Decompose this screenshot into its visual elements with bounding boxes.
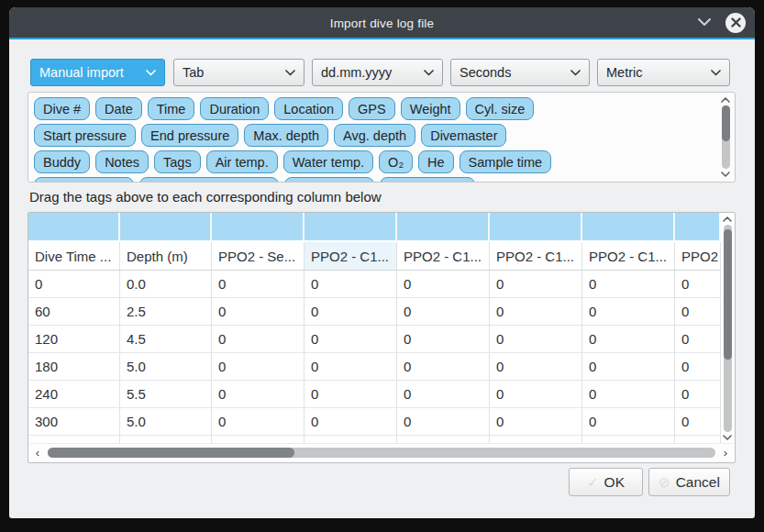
table-grid: Dive Time ...Depth (m)PPO2 - Se...PPO2 -… [28,213,721,444]
tag-pill[interactable]: Max. depth [244,124,328,147]
tag-pill[interactable]: Water temp. [283,150,373,173]
table-cell: 0 [675,353,721,380]
table-cell: 0 [490,408,582,435]
table-row: 1204.5000000 [28,326,721,353]
tag-pill[interactable]: Location [274,97,343,120]
table-cell: 0 [397,271,490,297]
tag-pill[interactable]: Sample CNS [380,177,475,183]
import-preview-table: Dive Time ...Depth (m)PPO2 - Se...PPO2 -… [28,212,736,463]
tag-pill[interactable]: Duration [200,97,269,120]
date-format-value: dd.mm.yyyy [321,65,392,80]
table-cell: 0 [675,298,721,325]
tag-pill[interactable]: Air temp. [206,150,278,173]
tag-pill[interactable]: Avg. depth [334,124,415,147]
close-icon [731,17,741,28]
tag-pill[interactable]: Start pressure [34,124,136,147]
tag-pill[interactable]: Date [95,97,142,120]
import-mode-select[interactable]: Manual import [30,59,165,86]
scroll-down-icon[interactable] [723,432,732,443]
table-cell: 0 [304,298,397,325]
tag-pill[interactable]: Weight [401,97,460,120]
chevron-down-icon [698,18,711,27]
table-cell: 0 [304,381,397,407]
drop-target-row [28,213,721,242]
drop-target-cell[interactable] [120,213,212,240]
tag-pill[interactable]: Sample temperature [139,177,278,183]
drop-target-cell[interactable] [212,213,304,240]
window-close-button[interactable] [725,13,746,33]
units-select[interactable]: Metric [597,59,730,86]
tag-pill[interactable]: Notes [95,150,149,173]
tag-pill[interactable]: Dive # [34,97,90,120]
table-cell: 0 [397,381,490,407]
column-header[interactable]: PPO2 - C1... [490,242,582,270]
tag-pill[interactable]: Time [148,97,195,120]
date-format-select[interactable]: dd.mm.yyyy [312,59,443,86]
tag-pill[interactable]: Cyl. size [466,97,535,120]
window-shade-button[interactable] [696,15,713,31]
tag-pill[interactable]: Divemaster [421,124,506,147]
scroll-up-icon[interactable] [721,94,730,105]
table-vertical-scrollbar[interactable] [721,214,734,443]
drop-target-cell[interactable] [397,213,490,240]
scrollbar-thumb[interactable] [722,105,730,141]
cancel-button[interactable]: ⊘ Cancel [648,468,730,496]
tag-pill[interactable]: Buddy [34,150,90,173]
tag-pill[interactable]: Sample depth [34,177,134,183]
duration-format-select[interactable]: Seconds [450,59,590,86]
scroll-right-icon[interactable]: › [717,446,734,460]
tag-pill[interactable]: Tags [154,150,201,173]
scrollbar-track[interactable] [724,225,732,432]
table-cell: 240 [28,381,120,407]
tag-pill[interactable]: He [418,150,454,173]
tag-list: Dive #DateTimeDurationLocationGPSWeightC… [34,97,714,183]
tag-pill[interactable]: GPS [349,97,395,120]
scrollbar-track[interactable] [48,448,715,458]
tag-pill[interactable]: End pressure [141,124,238,147]
tag-pill[interactable]: Sample time [460,150,552,173]
column-header[interactable]: PPO2 - C1... [582,242,675,270]
scroll-left-icon[interactable]: ‹ [29,446,46,460]
check-icon: ✓ [587,474,599,491]
table-cell: 0 [212,271,304,297]
table-cell: 0 [490,298,582,325]
table-cell: 4.5 [120,326,212,352]
table-row: 1805.0000000 [28,353,721,381]
import-dialog: Import dive log file Manual import Tab d… [9,7,755,518]
scrollbar-thumb[interactable] [724,229,732,360]
column-header[interactable]: PPO2 - Se... [212,242,304,270]
table-cell: 2.5 [120,298,212,325]
drop-target-cell[interactable] [675,213,721,240]
column-header[interactable]: Depth (m) [120,242,212,270]
tag-pill[interactable]: O₂ [379,150,413,173]
column-header[interactable]: PPO2 - C1... [397,242,490,270]
scrollbar-thumb[interactable] [48,448,294,458]
tag-pill[interactable]: Sample pO₂ [284,177,374,183]
drop-target-cell[interactable] [304,213,397,240]
table-cell: 0 [212,408,304,435]
dialog-title: Import dive log file [330,16,435,29]
field-separator-select[interactable]: Tab [173,59,304,86]
table-cell: 0 [397,408,490,435]
drop-target-cell[interactable] [490,213,582,240]
drop-target-cell[interactable] [582,213,675,240]
tag-row: BuddyNotesTagsAir temp.Water temp.O₂HeSa… [34,150,714,173]
table-row: 2405.5000000 [28,381,721,408]
ok-button[interactable]: ✓ OK [569,468,643,496]
drop-target-cell[interactable] [28,213,120,240]
table-cell: 300 [28,408,120,435]
table-row: 602.5000000 [28,298,721,326]
column-header[interactable]: PPO2 - C1... [675,242,721,270]
scroll-up-icon[interactable] [723,214,732,225]
tagbox-scrollbar[interactable] [719,94,732,180]
column-header[interactable]: PPO2 - C1... [304,242,397,270]
table-horizontal-scrollbar[interactable]: ‹ › [29,443,734,461]
table-cell: 0 [675,271,721,297]
table-cell: 5.0 [120,353,212,380]
scrollbar-track[interactable] [722,105,730,169]
import-mode-value: Manual import [39,65,124,80]
cancel-icon: ⊘ [659,474,670,491]
tag-row: Start pressureEnd pressureMax. depthAvg.… [34,124,714,147]
column-header[interactable]: Dive Time ... [28,242,120,270]
scroll-down-icon[interactable] [721,169,730,180]
